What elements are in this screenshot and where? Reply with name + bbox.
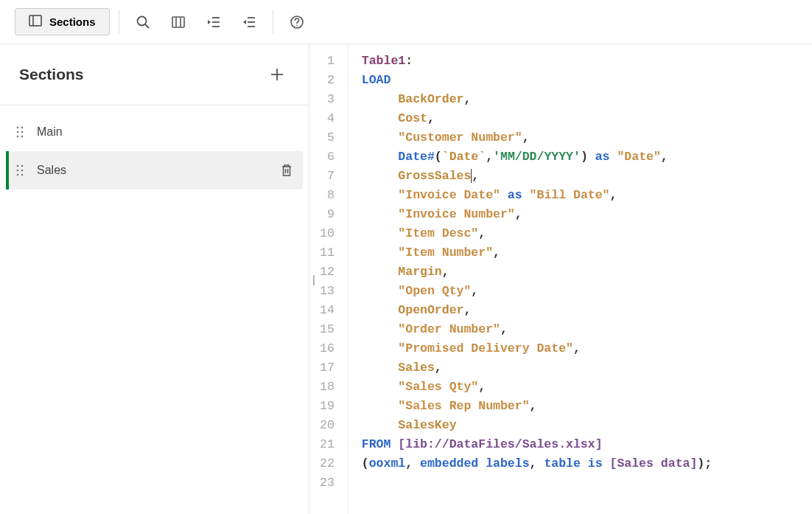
svg-point-18 [21, 127, 24, 129]
line-number: 10 [320, 224, 335, 243]
panel-icon [29, 15, 42, 29]
line-number: 16 [320, 339, 335, 358]
code-line[interactable]: "Open Qty", [362, 282, 712, 301]
drag-handle-icon[interactable] [16, 126, 24, 138]
line-number: 8 [320, 186, 335, 205]
code-line[interactable]: Cost, [362, 109, 712, 128]
code-line[interactable]: Margin, [362, 263, 712, 282]
line-number: 6 [320, 147, 335, 167]
code-line[interactable]: "Sales Qty", [362, 378, 712, 397]
comment-toggle-button[interactable] [164, 7, 193, 37]
toolbar-divider [119, 10, 119, 34]
line-number: 12 [320, 263, 335, 282]
code-line[interactable]: LOAD [362, 71, 712, 90]
line-number: 14 [320, 301, 335, 320]
toolbar: Sections [0, 0, 812, 44]
code-line[interactable]: OpenOrder, [362, 301, 712, 320]
svg-point-19 [17, 131, 19, 133]
code-line[interactable]: (ooxml, embedded labels, table is [Sales… [362, 454, 712, 473]
svg-point-21 [17, 136, 19, 138]
line-number: 22 [320, 454, 335, 473]
code-line[interactable]: "Customer Number", [362, 128, 712, 147]
code-line[interactable]: BackOrder, [362, 90, 712, 109]
svg-point-25 [17, 165, 19, 167]
code-line[interactable]: "Promised Delivery Date", [362, 339, 712, 358]
line-number: 13 [320, 282, 335, 301]
main-layout: Sections MainSales || 123456789101112131… [0, 44, 812, 514]
svg-rect-4 [172, 17, 184, 27]
line-number: 17 [320, 358, 335, 378]
delete-section-button[interactable] [281, 164, 293, 177]
sections-sidebar: Sections MainSales || [0, 44, 309, 514]
svg-point-28 [21, 170, 24, 172]
line-number: 23 [320, 473, 335, 493]
section-label: Sales [37, 164, 267, 177]
sidebar-title: Sections [19, 66, 84, 83]
svg-point-2 [137, 16, 146, 25]
code-line[interactable]: FROM [lib://DataFiles/Sales.xlsx] [362, 435, 712, 454]
code-line[interactable]: "Invoice Number", [362, 205, 712, 224]
code-line[interactable]: Sales, [362, 358, 712, 378]
svg-point-26 [21, 165, 24, 167]
line-number: 20 [320, 416, 335, 435]
svg-point-17 [17, 127, 19, 129]
code-line[interactable]: SalesKey [362, 416, 712, 435]
line-number: 1 [320, 52, 335, 71]
line-number: 18 [320, 378, 335, 397]
search-button[interactable] [128, 7, 158, 37]
line-number: 4 [320, 109, 335, 128]
help-button[interactable] [282, 7, 312, 37]
line-gutter: 1234567891011121314151617181920212223 [309, 44, 349, 514]
add-section-button[interactable] [265, 62, 290, 87]
code-line[interactable]: "Item Number", [362, 243, 712, 263]
svg-point-22 [21, 136, 24, 138]
code-line[interactable] [362, 473, 712, 493]
code-line[interactable]: "Item Desc", [362, 224, 712, 243]
line-number: 15 [320, 320, 335, 339]
sections-toggle-button[interactable]: Sections [15, 8, 110, 35]
svg-point-20 [21, 131, 24, 133]
section-item[interactable]: Sales [6, 151, 303, 190]
svg-point-14 [296, 24, 298, 26]
svg-rect-0 [29, 15, 41, 26]
line-number: 9 [320, 205, 335, 224]
section-label: Main [37, 125, 293, 139]
svg-line-3 [145, 24, 149, 28]
line-number: 19 [320, 397, 335, 416]
section-item[interactable]: Main [6, 113, 303, 151]
line-number: 2 [320, 71, 335, 90]
code-line[interactable]: Date#(`Date`,'MM/DD/YYYY') as "Date", [362, 147, 712, 167]
sections-toggle-label: Sections [49, 15, 96, 28]
line-number: 11 [320, 243, 335, 263]
drag-handle-icon[interactable] [16, 164, 24, 176]
code-editor[interactable]: 1234567891011121314151617181920212223 Ta… [309, 44, 812, 514]
svg-point-29 [17, 174, 19, 176]
code-line[interactable]: "Order Number", [362, 320, 712, 339]
sidebar-header: Sections [0, 44, 309, 105]
line-number: 21 [320, 435, 335, 454]
svg-point-30 [21, 174, 24, 176]
indent-button[interactable] [199, 7, 228, 37]
code-content[interactable]: Table1:LOAD BackOrder, Cost, "Customer N… [349, 44, 725, 514]
line-number: 3 [320, 90, 335, 109]
line-number: 5 [320, 128, 335, 147]
panel-splitter-handle[interactable]: || [312, 274, 313, 285]
code-line[interactable]: GrossSales, [362, 167, 712, 186]
toolbar-divider [273, 10, 273, 34]
section-list: MainSales [0, 105, 309, 197]
svg-point-27 [17, 170, 19, 172]
code-line[interactable]: "Sales Rep Number", [362, 397, 712, 416]
code-line[interactable]: "Invoice Date" as "Bill Date", [362, 186, 712, 205]
code-line[interactable]: Table1: [362, 52, 712, 71]
line-number: 7 [320, 167, 335, 186]
outdent-button[interactable] [234, 7, 264, 37]
